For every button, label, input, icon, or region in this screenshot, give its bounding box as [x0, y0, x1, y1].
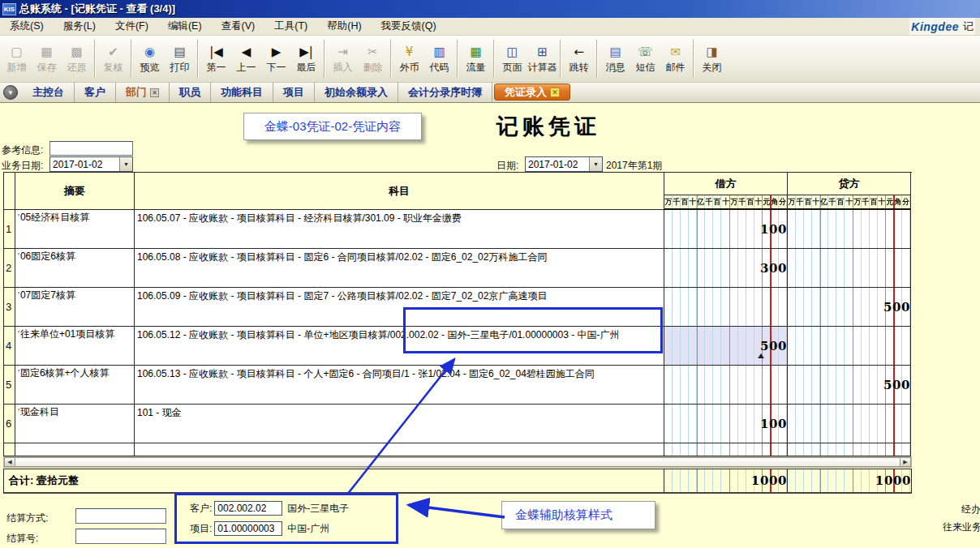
project-code-input[interactable]	[214, 521, 282, 536]
horizontal-scrollbar[interactable]: ◀ ▶	[3, 456, 912, 468]
credit-cell[interactable]	[788, 249, 911, 288]
toolbar-button[interactable]: ▶|最后	[291, 36, 321, 82]
debit-cell[interactable]: 100	[664, 210, 788, 249]
date-select[interactable]: 2017-01-02 ▼	[525, 156, 603, 172]
settle-no-input[interactable]	[75, 529, 166, 544]
digit-scale-char: 角	[894, 195, 901, 208]
toolbar-separator	[131, 40, 132, 78]
summary-cell[interactable]: ′往来单位+01项目核算	[15, 327, 135, 366]
toolbar-button[interactable]: ◨关闭	[697, 36, 727, 82]
credit-cell[interactable]	[788, 327, 911, 366]
settle-method-input[interactable]	[75, 508, 166, 524]
summary-cell[interactable]: ′07固定7核算	[15, 288, 135, 327]
menu-item[interactable]: 编辑(E)	[158, 18, 212, 35]
credit-cell[interactable]	[788, 210, 911, 249]
date-label: 日期:	[496, 159, 518, 173]
tab-职员[interactable]: 职员	[170, 83, 211, 102]
tab-会计分录序时簿[interactable]: 会计分录序时簿	[398, 83, 492, 102]
credit-cell[interactable]: 500	[788, 366, 911, 405]
tab-项目[interactable]: 项目	[273, 83, 315, 102]
scrollbar-thumb[interactable]	[15, 457, 900, 467]
customer-code-input[interactable]	[214, 501, 282, 516]
account-cell[interactable]: 106.05.08 - 应收账款 - 项目核算科目 - 固定6 - 合同项目核算…	[135, 249, 664, 288]
account-cell[interactable]: 106.05.13 - 应收账款 - 项目核算科目 - 个人+固定6 - 合同项…	[135, 366, 664, 405]
tab-部门[interactable]: 部门✕	[116, 83, 170, 102]
currency-icon: ¥	[406, 45, 414, 59]
chevron-down-icon[interactable]: ▼	[589, 157, 602, 171]
debit-cell[interactable]: 500	[664, 327, 788, 366]
tab-close-icon[interactable]: ✕	[550, 88, 560, 97]
tab-客户[interactable]: 客户	[75, 83, 116, 102]
menu-item[interactable]: 我要反馈(Q)	[372, 18, 446, 35]
account-cell[interactable]: 106.05.07 - 应收账款 - 项目核算科目 - 经济科目核算/301.0…	[135, 210, 664, 249]
debit-cell[interactable]	[664, 288, 788, 327]
debit-cell[interactable]: 300	[664, 249, 788, 288]
debit-cell[interactable]	[664, 443, 788, 456]
toolbar-button[interactable]: ✂删除	[358, 36, 388, 82]
summary-cell[interactable]: ′05经济科目核算	[15, 210, 135, 249]
debit-cell[interactable]	[664, 366, 788, 405]
summary-cell[interactable]: ′固定6核算+个人核算	[15, 366, 135, 405]
toolbar-button-label: 复核	[104, 61, 123, 75]
toolbar-button[interactable]: ▢新增	[2, 36, 32, 82]
toolbar-button[interactable]: ▶下一	[261, 36, 291, 82]
toolbar-group: ◫页面⊞计算器	[497, 36, 557, 82]
menu-item[interactable]: 文件(F)	[105, 18, 158, 35]
toolbar-button[interactable]: ✔复核	[98, 36, 128, 82]
toolbar-button-label: 关闭	[703, 61, 722, 75]
menu-item[interactable]: 工具(T)	[264, 18, 317, 35]
credit-cell[interactable]: 500	[788, 288, 911, 327]
menu-item[interactable]: 帮助(H)	[317, 18, 371, 35]
toolbar-button[interactable]: ⊞计算器	[527, 36, 557, 82]
scroll-right-icon[interactable]: ▶	[900, 457, 911, 467]
toolbar-button[interactable]: ¥外币	[394, 36, 424, 82]
account-cell[interactable]: 101 - 现金	[135, 405, 664, 443]
menu-item[interactable]: 系统(S)	[0, 18, 54, 35]
reference-input[interactable]	[49, 141, 133, 156]
digit-scale-char: 亿	[821, 195, 828, 208]
tab-dropdown-button[interactable]: ▼	[3, 85, 18, 100]
title-bar: KIS 总账系统 - [记账凭证 - 查看 (3/4)]	[0, 0, 980, 18]
toolbar-button[interactable]: ▦流量	[461, 36, 491, 82]
digit-scale-char: 百	[746, 195, 754, 208]
page-icon: ◫	[506, 45, 518, 59]
toolbar-button[interactable]: ◉预览	[135, 36, 165, 82]
tab-bar: ▼ 主控台客户部门✕职员功能科目项目初始余额录入会计分录序时簿凭证录入✕	[0, 83, 980, 103]
toolbar-button[interactable]: ☏短信	[630, 36, 660, 82]
summary-cell[interactable]	[15, 443, 135, 456]
toolbar-button[interactable]: ▥代码	[424, 36, 454, 82]
credit-cell[interactable]	[788, 405, 911, 443]
toolbar-button[interactable]: ←跳转	[564, 36, 594, 82]
chevron-down-icon[interactable]: ▼	[119, 157, 132, 171]
voucher-page: 金蝶-03凭证-02-凭证内容 记账凭证 参考信息: 业务日期: 2017-01…	[0, 103, 980, 548]
toolbar-button[interactable]: ✉邮件	[660, 36, 690, 82]
toolbar-button[interactable]: ▩还原	[62, 36, 92, 82]
business-date-select[interactable]: 2017-01-02 ▼	[49, 156, 133, 172]
date-value: 2017-01-02	[526, 159, 589, 170]
code-icon: ▥	[433, 45, 445, 59]
summary-cell[interactable]: ′现金科目	[15, 405, 135, 443]
credit-cell[interactable]	[788, 443, 911, 456]
toolbar-button-label: 跳转	[570, 61, 589, 75]
toolbar-button[interactable]: |◀第一	[201, 36, 231, 82]
toolbar-button[interactable]: ▤打印	[165, 36, 195, 82]
menu-item[interactable]: 查看(V)	[212, 18, 265, 35]
menu-item[interactable]: 服务(L)	[54, 18, 105, 35]
tab-凭证录入[interactable]: 凭证录入✕	[494, 83, 570, 101]
tab-初始余额录入[interactable]: 初始余额录入	[315, 83, 398, 102]
toolbar-separator	[197, 40, 199, 78]
toolbar-button[interactable]: ◫页面	[497, 36, 527, 82]
debit-cell[interactable]: 100	[664, 405, 788, 443]
scroll-left-icon[interactable]: ◀	[4, 457, 15, 467]
toolbar-button[interactable]: ▤消息	[600, 36, 630, 82]
toolbar-button[interactable]: ⇥插入	[328, 36, 358, 82]
tab-主控台[interactable]: 主控台	[23, 83, 75, 102]
tab-功能科目[interactable]: 功能科目	[211, 83, 273, 102]
summary-cell[interactable]: ′06固定6核算	[15, 249, 135, 288]
settle-method-label: 结算方式:	[6, 512, 48, 525]
tab-close-icon[interactable]: ✕	[150, 88, 159, 97]
insert-icon: ⇥	[337, 45, 348, 59]
toolbar-button[interactable]: ◀上一	[231, 36, 261, 82]
toolbar-button[interactable]: ▦保存	[32, 36, 62, 82]
account-cell[interactable]	[135, 443, 664, 456]
